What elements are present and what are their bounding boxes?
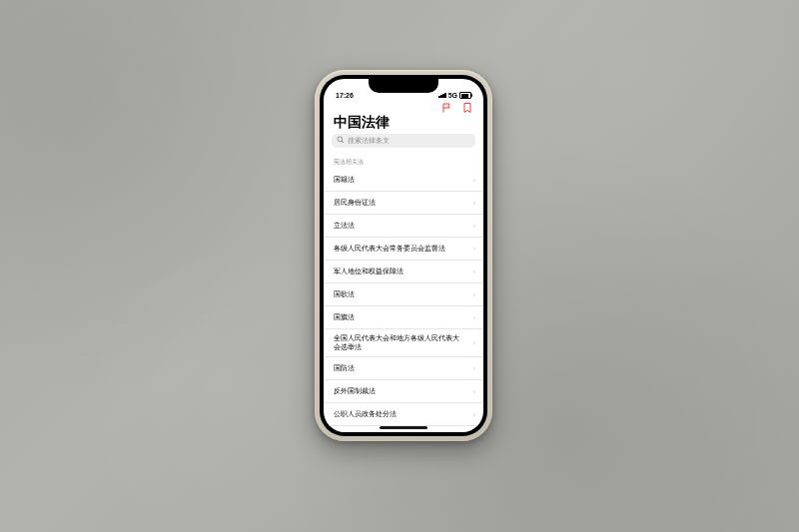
cellular-signal-icon bbox=[438, 93, 446, 98]
list-item-label: 国歌法 bbox=[334, 290, 355, 298]
list-item[interactable]: 国旗法› bbox=[324, 306, 483, 329]
bookmark-icon[interactable] bbox=[461, 102, 473, 114]
list-item[interactable]: 国籍法› bbox=[324, 169, 483, 192]
chevron-right-icon: › bbox=[473, 246, 475, 253]
list-item-label: 公职人员政务处分法 bbox=[334, 410, 397, 418]
list-item[interactable]: 公职人员政务处分法› bbox=[324, 403, 483, 426]
list-item[interactable]: 各级人民代表大会常务委员会监督法› bbox=[324, 238, 483, 261]
list-item[interactable]: 国歌法› bbox=[324, 283, 483, 306]
chevron-right-icon: › bbox=[473, 223, 475, 230]
page-title: 中国法律 bbox=[324, 115, 483, 134]
list-item-label: 全国人民代表大会和地方各级人民代表大会选举法 bbox=[334, 334, 463, 351]
list-item-label: 反外国制裁法 bbox=[334, 387, 376, 395]
search-placeholder: 搜索法律条文 bbox=[348, 136, 390, 146]
flag-icon[interactable] bbox=[441, 102, 453, 114]
phone-case: 17:26 5G bbox=[315, 70, 492, 441]
status-time: 17:26 bbox=[336, 92, 354, 99]
list-item[interactable]: 反外国制裁法› bbox=[324, 380, 483, 403]
chevron-right-icon: › bbox=[473, 291, 475, 298]
law-list[interactable]: 国籍法›居民身份证法›立法法›各级人民代表大会常务委员会监督法›军人地位和权益保… bbox=[324, 169, 483, 432]
list-item[interactable]: 国防法› bbox=[324, 357, 483, 380]
list-item-label: 国旗法 bbox=[334, 313, 355, 321]
home-indicator[interactable] bbox=[380, 426, 427, 429]
network-label: 5G bbox=[448, 92, 457, 99]
svg-line-1 bbox=[342, 141, 344, 143]
list-item[interactable]: 军人地位和权益保障法› bbox=[324, 261, 483, 283]
display-notch bbox=[369, 79, 438, 93]
list-item-label: 军人地位和权益保障法 bbox=[334, 267, 403, 275]
list-item[interactable]: 居民身份证法› bbox=[324, 192, 483, 215]
chevron-right-icon: › bbox=[473, 200, 475, 207]
chevron-right-icon: › bbox=[473, 388, 475, 395]
phone-screen: 17:26 5G bbox=[324, 79, 483, 432]
chevron-right-icon: › bbox=[473, 314, 475, 321]
section-header: 宪法相关法 bbox=[324, 152, 483, 169]
list-item-label: 立法法 bbox=[334, 222, 355, 230]
chevron-right-icon: › bbox=[473, 339, 475, 346]
list-item-label: 国籍法 bbox=[334, 176, 355, 184]
phone-bezel: 17:26 5G bbox=[320, 75, 487, 436]
list-item-label: 各级人民代表大会常务委员会监督法 bbox=[334, 245, 445, 253]
battery-icon bbox=[459, 92, 471, 99]
chevron-right-icon: › bbox=[473, 365, 475, 372]
nav-bar bbox=[324, 99, 483, 115]
list-item-label: 居民身份证法 bbox=[334, 199, 376, 207]
search-input[interactable]: 搜索法律条文 bbox=[332, 134, 475, 148]
chevron-right-icon: › bbox=[473, 411, 475, 418]
status-right: 5G bbox=[438, 92, 471, 99]
list-item[interactable]: 立法法› bbox=[324, 215, 483, 238]
chevron-right-icon: › bbox=[473, 268, 475, 275]
list-item[interactable]: 全国人民代表大会和地方各级人民代表大会选举法› bbox=[324, 329, 483, 357]
search-icon bbox=[337, 136, 345, 146]
list-item-label: 国防法 bbox=[334, 364, 355, 372]
svg-point-0 bbox=[338, 137, 343, 142]
chevron-right-icon: › bbox=[473, 177, 475, 184]
background-surface: 17:26 5G bbox=[0, 0, 799, 532]
